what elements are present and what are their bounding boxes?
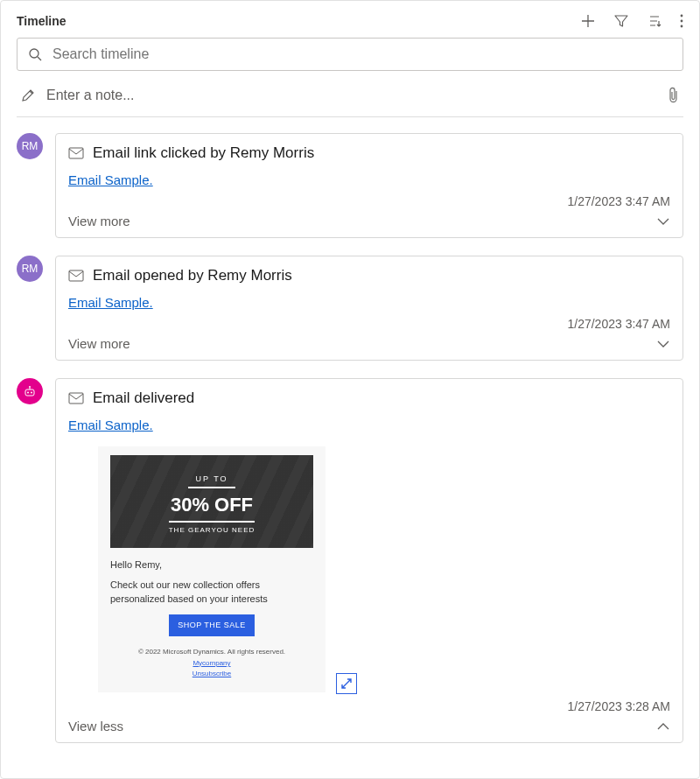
company-link[interactable]: Mycompany [110,658,313,670]
promo-discount: 30% OFF [117,494,306,516]
bot-avatar [17,378,43,404]
filter-button[interactable] [613,13,629,29]
footer-label: View less [68,719,123,733]
toolbar [580,13,683,29]
view-more-toggle[interactable]: View more [68,336,670,351]
sort-button[interactable] [647,13,662,29]
more-button[interactable] [680,13,683,29]
svg-point-0 [681,15,683,18]
timeline-item: Email delivered Email Sample. UP TO 30% … [17,378,683,743]
svg-point-1 [681,20,683,23]
add-button[interactable] [580,13,596,29]
note-placeholder[interactable]: Enter a note... [46,88,657,103]
timeline-card: Email delivered Email Sample. UP TO 30% … [55,378,683,743]
footer-label: View more [68,214,130,228]
card-title: Email link clicked by Remy Morris [93,144,314,162]
email-preview: UP TO 30% OFF THE GEARYOU NEED Hello Rem… [98,446,326,692]
shop-cta-button[interactable]: SHOP THE SALE [169,614,255,636]
svg-rect-7 [25,390,34,396]
promo-subline: THE GEARYOU NEED [169,521,256,534]
pencil-icon [20,88,36,103]
preview-body-text: Check out our new collection offers pers… [110,579,313,606]
avatar: RM [17,256,43,282]
svg-rect-5 [69,270,83,281]
page-title: Timeline [17,14,66,28]
preview-copyright: © 2022 Microsoft Dynamics. All rights re… [110,647,313,658]
search-input[interactable] [51,46,672,63]
promo-upto: UP TO [188,474,234,488]
svg-rect-10 [69,393,83,404]
svg-rect-4 [69,148,83,158]
timeline-card: Email opened by Remy Morris Email Sample… [55,256,683,361]
mail-icon [68,392,84,404]
chevron-down-icon [656,340,670,348]
card-title: Email opened by Remy Morris [93,267,292,284]
search-box[interactable] [17,38,683,71]
subject-link[interactable]: Email Sample. [68,418,153,432]
svg-point-2 [681,25,683,28]
svg-point-9 [31,392,32,394]
card-title: Email delivered [93,390,194,407]
timeline-item: RM Email opened by Remy Morris Email Sam… [17,256,683,361]
preview-greeting: Hello Remy, [110,558,313,572]
timestamp: 1/27/2023 3:47 AM [68,194,670,208]
expand-preview-button[interactable] [336,673,357,694]
search-icon [28,47,42,61]
timeline-header: Timeline [17,13,683,29]
timestamp: 1/27/2023 3:47 AM [68,317,670,331]
timeline-item: RM Email link clicked by Remy Morris Ema… [17,133,683,238]
unsubscribe-link[interactable]: Unsubscribe [110,669,313,680]
mail-icon [68,147,84,159]
attachment-icon[interactable] [668,87,680,104]
promo-banner: UP TO 30% OFF THE GEARYOU NEED [110,455,313,548]
chevron-down-icon [656,217,670,226]
view-less-toggle[interactable]: View less [68,719,670,733]
timestamp: 1/27/2023 3:28 AM [68,699,670,713]
chevron-up-icon [656,722,670,731]
svg-point-6 [29,386,31,388]
mail-icon [68,270,84,282]
view-more-toggle[interactable]: View more [68,214,670,228]
footer-label: View more [68,336,130,351]
svg-point-3 [30,49,38,58]
note-row[interactable]: Enter a note... [17,87,683,117]
subject-link[interactable]: Email Sample. [68,295,153,310]
timeline-card: Email link clicked by Remy Morris Email … [55,133,683,238]
subject-link[interactable]: Email Sample. [68,172,153,187]
svg-point-8 [27,392,29,394]
avatar: RM [17,133,43,159]
